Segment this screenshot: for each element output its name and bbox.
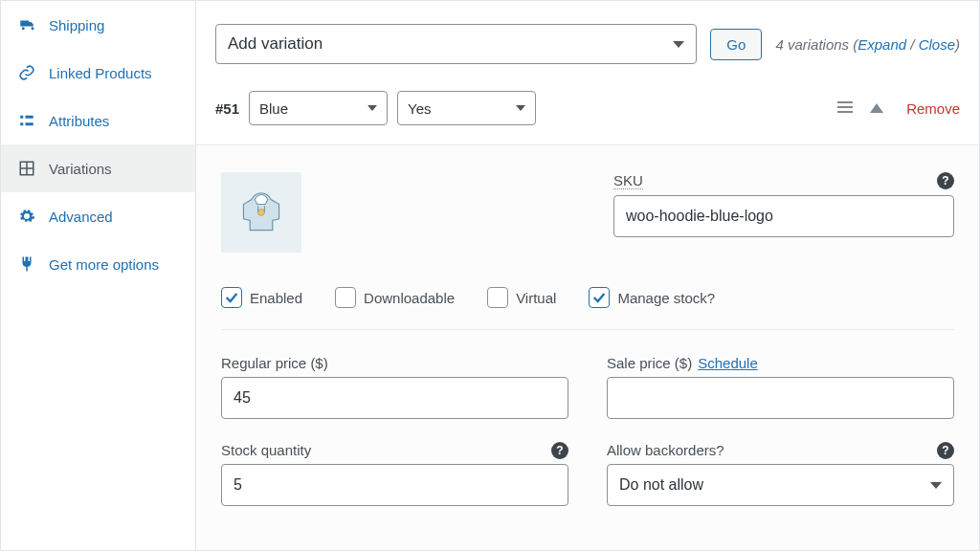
variation-toolbar: Add variation Go 4 variations (Expand / … (196, 1, 979, 81)
collapse-icon[interactable] (866, 100, 887, 116)
sale-price-field: Sale price ($) Schedule (607, 355, 954, 419)
svg-marker-10 (870, 103, 883, 113)
sale-price-label: Sale price ($) (607, 355, 692, 371)
chevron-down-icon (516, 105, 525, 111)
regular-price-input[interactable] (221, 377, 568, 419)
backorders-field: Allow backorders? ? Do not allow (607, 442, 954, 506)
downloadable-checkbox[interactable]: Downloadable (335, 287, 455, 308)
gear-icon (18, 208, 35, 225)
svg-rect-0 (20, 116, 23, 119)
help-icon[interactable]: ? (937, 442, 954, 459)
stock-quantity-label: Stock quantity (221, 442, 311, 458)
drag-handle-icon[interactable] (834, 100, 857, 117)
checkbox-icon (335, 287, 356, 308)
svg-rect-3 (26, 122, 33, 125)
sidebar-item-linked-products[interactable]: Linked Products (1, 49, 195, 97)
variation-header: #51 Blue Yes Remove (196, 81, 979, 145)
sku-input[interactable] (613, 195, 954, 237)
stock-quantity-field: Stock quantity ? (221, 442, 568, 506)
select-value: Yes (408, 100, 431, 117)
variation-edit-panel: SKU ? Enabled Downloadable Virtual (196, 145, 979, 550)
sidebar-item-advanced[interactable]: Advanced (1, 192, 195, 240)
chevron-down-icon (673, 41, 684, 48)
checkbox-icon (487, 287, 508, 308)
checkbox-icon (589, 287, 610, 308)
svg-rect-1 (20, 122, 23, 125)
virtual-checkbox[interactable]: Virtual (487, 287, 556, 308)
go-button[interactable]: Go (710, 29, 762, 60)
sidebar-item-shipping[interactable]: Shipping (1, 1, 195, 49)
checkbox-icon (221, 287, 242, 308)
variation-image-upload[interactable] (221, 172, 301, 253)
grid-icon (18, 160, 35, 177)
variation-count-info: 4 variations (Expand / Close) (775, 36, 960, 53)
sidebar-item-label: Variations (49, 161, 112, 177)
regular-price-label: Regular price ($) (221, 355, 328, 371)
expand-link[interactable]: Expand (858, 36, 906, 53)
sidebar-item-attributes[interactable]: Attributes (1, 97, 195, 144)
svg-rect-2 (26, 116, 33, 119)
sidebar-item-label: Get more options (49, 256, 159, 273)
help-icon[interactable]: ? (937, 172, 954, 189)
sidebar-item-variations[interactable]: Variations (1, 144, 195, 192)
enabled-checkbox[interactable]: Enabled (221, 287, 302, 308)
sidebar-item-label: Advanced (49, 209, 113, 225)
variation-action-select[interactable]: Add variation (215, 24, 697, 64)
attribute-select-color[interactable]: Blue (249, 91, 388, 125)
close-link[interactable]: Close (919, 36, 955, 53)
sidebar-item-get-more[interactable]: Get more options (1, 240, 195, 288)
svg-point-11 (258, 209, 265, 216)
sidebar-item-label: Shipping (49, 17, 104, 33)
hoodie-icon (235, 187, 287, 238)
select-value: Blue (259, 100, 288, 117)
sidebar-item-label: Linked Products (49, 65, 152, 81)
help-icon[interactable]: ? (551, 442, 568, 459)
list-icon (18, 112, 35, 129)
chevron-down-icon (930, 482, 942, 489)
plugin-icon (18, 255, 35, 273)
variations-panel: Add variation Go 4 variations (Expand / … (196, 0, 980, 551)
sidebar-item-label: Attributes (49, 113, 109, 129)
select-value: Do not allow (619, 476, 703, 494)
regular-price-field: Regular price ($) (221, 355, 568, 419)
stock-quantity-input[interactable] (221, 464, 568, 506)
select-value: Add variation (228, 34, 323, 54)
backorders-label: Allow backorders? (607, 442, 724, 458)
link-icon (18, 64, 35, 81)
variation-options: Enabled Downloadable Virtual Manage stoc… (221, 276, 954, 330)
backorders-select[interactable]: Do not allow (607, 464, 954, 506)
sale-price-input[interactable] (607, 377, 954, 419)
truck-icon (18, 16, 35, 33)
chevron-down-icon (368, 105, 377, 111)
attribute-select-logo[interactable]: Yes (397, 91, 536, 125)
sku-field: SKU ? (613, 172, 954, 253)
sku-label: SKU (613, 172, 643, 189)
variation-id: #51 (215, 100, 239, 117)
remove-variation-link[interactable]: Remove (906, 100, 960, 117)
product-data-tabs: Shipping Linked Products Attributes Vari… (0, 0, 196, 551)
manage-stock-checkbox[interactable]: Manage stock? (589, 287, 715, 308)
schedule-link[interactable]: Schedule (698, 355, 758, 371)
